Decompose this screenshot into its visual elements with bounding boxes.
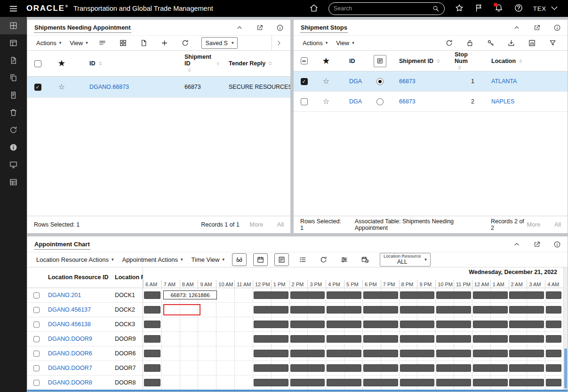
favorite-star-icon[interactable]: ☆ bbox=[323, 78, 329, 85]
sort-icon[interactable] bbox=[98, 60, 103, 67]
user-menu-button[interactable] bbox=[549, 3, 560, 14]
refresh-button[interactable] bbox=[442, 37, 456, 49]
schedule-button[interactable] bbox=[358, 254, 371, 266]
all-button[interactable]: All bbox=[277, 221, 284, 228]
open-in-new-window-button[interactable] bbox=[533, 24, 541, 31]
legend-button[interactable] bbox=[296, 254, 309, 266]
sidebar-item-monitor[interactable] bbox=[0, 156, 27, 173]
saved-search-dropdown[interactable]: Saved S▾ bbox=[201, 37, 238, 49]
collapse-panel-button[interactable] bbox=[235, 24, 243, 31]
panel-info-button[interactable] bbox=[553, 240, 561, 248]
filter-button[interactable] bbox=[546, 37, 559, 49]
stop-details-button[interactable] bbox=[374, 55, 386, 67]
vertical-scrollbar[interactable] bbox=[563, 267, 568, 390]
calendar-view-button[interactable] bbox=[253, 253, 268, 266]
gantt-timeline-row[interactable] bbox=[143, 332, 563, 346]
shipments-table-row[interactable]: ☆DGANO.6687366873SECURE RESOURCES_ bbox=[27, 77, 290, 98]
panel-info-button[interactable] bbox=[553, 24, 561, 31]
more-button[interactable]: More bbox=[250, 221, 263, 228]
row-checkbox[interactable] bbox=[33, 321, 40, 328]
sidebar-item-workbench[interactable] bbox=[0, 17, 27, 34]
open-in-new-window-button[interactable] bbox=[256, 24, 264, 31]
row-checkbox[interactable] bbox=[33, 365, 40, 371]
select-all-checkbox[interactable] bbox=[34, 60, 41, 67]
power-actions-button[interactable] bbox=[484, 37, 497, 49]
row-checkbox[interactable] bbox=[34, 84, 41, 91]
sidebar-item-document[interactable] bbox=[0, 86, 27, 104]
row-checkbox[interactable] bbox=[33, 336, 40, 342]
refresh-button[interactable] bbox=[317, 254, 330, 266]
location-link[interactable]: NAPLES bbox=[491, 98, 514, 105]
detach-button[interactable] bbox=[117, 37, 130, 49]
user-menu-label[interactable]: TEX bbox=[533, 5, 546, 12]
find-appointment-button[interactable] bbox=[232, 253, 247, 266]
select-all-checkbox[interactable] bbox=[301, 57, 308, 64]
gantt-timeline-row[interactable] bbox=[143, 376, 563, 390]
sidebar-item-edit-document[interactable] bbox=[0, 52, 27, 69]
list-columns-button[interactable] bbox=[96, 37, 109, 49]
open-in-new-window-button[interactable] bbox=[533, 240, 541, 248]
all-button[interactable]: All bbox=[554, 221, 561, 228]
column-collapse-icon[interactable] bbox=[215, 61, 221, 67]
actions-menu-button[interactable]: Actions▾ bbox=[298, 37, 332, 49]
sort-icon[interactable] bbox=[187, 67, 192, 73]
collapse-panel-button[interactable] bbox=[512, 240, 520, 248]
gantt-timeline-row[interactable] bbox=[143, 361, 563, 376]
favorite-star-icon[interactable]: ☆ bbox=[58, 83, 65, 91]
horizontal-scrollbar[interactable] bbox=[27, 390, 568, 392]
row-checkbox[interactable] bbox=[301, 78, 308, 85]
appointment-box[interactable]: 66873: 1261886 bbox=[163, 290, 217, 299]
gantt-timeline-row[interactable] bbox=[143, 317, 563, 332]
gantt-timeline-row[interactable]: 66873: 1261886 bbox=[143, 288, 563, 303]
sort-icon[interactable] bbox=[436, 58, 441, 64]
location-resource-id-link[interactable]: DGANO.201 bbox=[48, 292, 81, 298]
sort-icon[interactable] bbox=[268, 60, 273, 67]
sort-icon[interactable] bbox=[518, 58, 523, 64]
home-button[interactable] bbox=[309, 3, 319, 14]
stops-table-row[interactable]: ☆DGA668732NAPLES bbox=[294, 92, 568, 112]
row-checkbox[interactable] bbox=[301, 98, 308, 105]
collapse-panel-button[interactable] bbox=[512, 24, 520, 31]
add-button[interactable] bbox=[158, 37, 171, 49]
document-button[interactable] bbox=[137, 37, 151, 49]
main-menu-button[interactable] bbox=[0, 0, 26, 17]
sidebar-item-table[interactable] bbox=[0, 173, 27, 191]
view-menu-button[interactable]: View▾ bbox=[332, 37, 358, 49]
view-menu-button[interactable]: View▾ bbox=[65, 37, 92, 49]
shipment-id-link[interactable]: 66873 bbox=[399, 98, 416, 105]
row-checkbox[interactable] bbox=[33, 351, 40, 357]
row-checkbox[interactable] bbox=[33, 380, 40, 386]
stop-id-link[interactable]: DGA bbox=[349, 98, 362, 105]
location-resource-id-link[interactable]: DGANO.DOOR9 bbox=[48, 336, 92, 342]
gantt-timeline-row[interactable] bbox=[143, 303, 563, 317]
location-resource-id-link[interactable]: DGANO.DOOR6 bbox=[48, 350, 92, 357]
agenda-view-button[interactable] bbox=[274, 253, 289, 266]
stop-id-link[interactable]: DGA bbox=[349, 78, 362, 85]
gantt-timeline-row[interactable] bbox=[143, 346, 563, 361]
location-link[interactable]: ATLANTA bbox=[491, 78, 517, 85]
sort-icon[interactable] bbox=[457, 64, 462, 71]
refresh-button[interactable] bbox=[179, 37, 192, 49]
panel-info-button[interactable] bbox=[276, 24, 284, 31]
chart-button[interactable] bbox=[525, 37, 538, 49]
sidebar-item-info[interactable] bbox=[0, 139, 27, 156]
more-button[interactable]: More bbox=[527, 221, 540, 228]
sidebar-item-layout[interactable] bbox=[0, 34, 27, 52]
location-resource-actions-menu-button[interactable]: Location Resource Actions▾ bbox=[32, 254, 118, 266]
shipment-id-link[interactable]: DGANO.66873 bbox=[89, 84, 129, 90]
actions-menu-button[interactable]: Actions▾ bbox=[32, 37, 65, 49]
help-button[interactable] bbox=[513, 3, 524, 14]
sidebar-item-refresh[interactable] bbox=[0, 121, 27, 139]
flags-button[interactable] bbox=[474, 3, 484, 14]
sidebar-item-delete[interactable] bbox=[0, 104, 27, 121]
favorite-star-icon[interactable]: ☆ bbox=[323, 98, 329, 105]
unlock-button[interactable] bbox=[463, 37, 476, 49]
location-resource-id-link[interactable]: DGANO.DOOR7 bbox=[48, 365, 92, 371]
stop-radio[interactable] bbox=[376, 78, 384, 85]
sidebar-item-copy[interactable] bbox=[0, 69, 27, 86]
export-button[interactable] bbox=[504, 37, 518, 49]
appointment-actions-menu-button[interactable]: Appointment Actions▾ bbox=[118, 254, 187, 266]
row-checkbox[interactable] bbox=[33, 307, 40, 313]
shipment-id-link[interactable]: 66873 bbox=[399, 78, 416, 85]
favorites-button[interactable] bbox=[454, 3, 464, 14]
